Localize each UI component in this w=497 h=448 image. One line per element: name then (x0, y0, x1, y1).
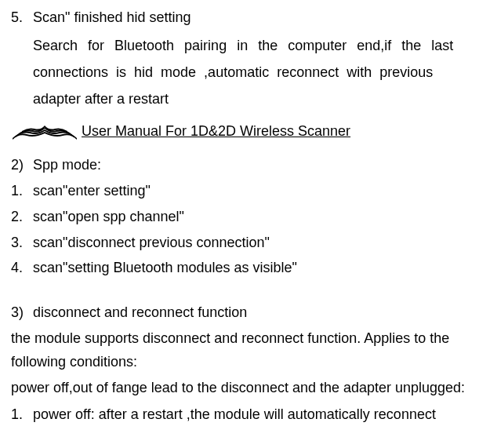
list-item: 1. scan"enter setting" (11, 180, 486, 202)
list-item-5: 5. Scan" finished hid setting (11, 6, 486, 29)
list-item: 3. scan"disconnect previous connection" (11, 231, 486, 254)
item-text: Scan" finished hid setting (33, 6, 486, 29)
section-number: 2) (11, 154, 33, 177)
item-text: scan"open spp channel" (33, 206, 486, 228)
item-5-description: Search for Bluetooth pairing in the comp… (11, 32, 486, 113)
item-number: 2. (11, 206, 33, 228)
spacer (11, 282, 486, 301)
item-text: scan"disconnect previous connection" (33, 231, 486, 254)
header-title: User Manual For 1D&2D Wireless Scanner (82, 120, 350, 143)
list-item: 4. scan"setting Bluetooth modules as vis… (11, 257, 486, 279)
section-3-para-2: power off,out of fange lead to the disco… (11, 377, 486, 400)
desc-line-1: Search for Bluetooth pairing in the comp… (33, 32, 486, 59)
manual-header: User Manual For 1D&2D Wireless Scanner (11, 120, 486, 143)
item-number: 1. (11, 180, 33, 202)
desc-line-3: adapter after a restart (33, 86, 486, 112)
section-2-header: 2) Spp mode: (11, 154, 486, 177)
open-book-icon (11, 121, 78, 143)
item-text: scan"enter setting" (33, 180, 486, 202)
section-3-header: 3) disconnect and reconnect function (11, 301, 486, 324)
section-label: disconnect and reconnect function (33, 301, 486, 324)
list-item: 2. scan"open spp channel" (11, 206, 486, 228)
section-3-para-1: the module supports disconnect and recon… (11, 327, 486, 373)
item-number: 5. (11, 6, 33, 29)
item-number: 3. (11, 231, 33, 254)
item-text: power off: after a restart ,the module w… (33, 403, 486, 426)
desc-line-2: connections is hid mode ,automatic recon… (33, 59, 486, 86)
item-text: scan"setting Bluetooth modules as visibl… (33, 257, 486, 279)
item-number: 1. (11, 403, 33, 426)
section-label: Spp mode: (33, 154, 486, 177)
item-number: 4. (11, 257, 33, 279)
list-item: 1. power off: after a restart ,the modul… (11, 403, 486, 426)
section-number: 3) (11, 301, 33, 324)
